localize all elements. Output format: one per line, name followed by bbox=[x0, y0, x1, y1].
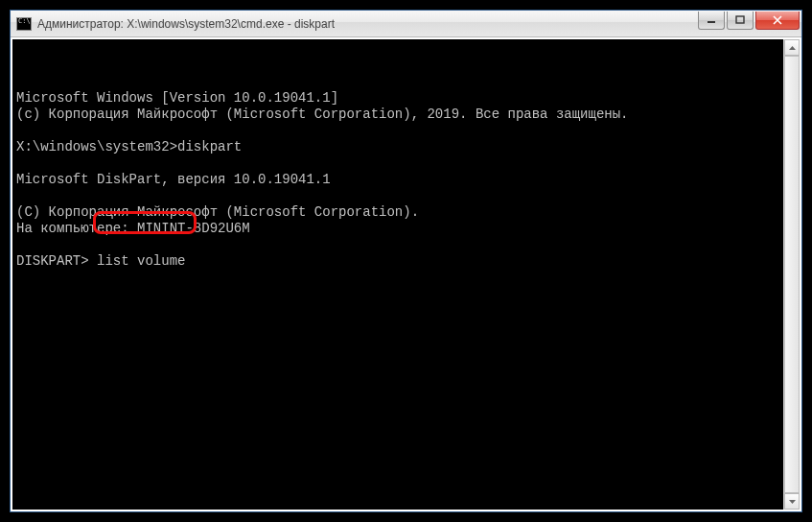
close-button[interactable] bbox=[755, 12, 800, 30]
minimize-icon bbox=[707, 15, 716, 25]
maximize-button[interactable] bbox=[727, 12, 754, 30]
console-line: (c) Корпорация Майкрософт (Microsoft Cor… bbox=[16, 107, 779, 123]
scroll-down-button[interactable] bbox=[784, 493, 800, 510]
svg-rect-0 bbox=[708, 21, 715, 23]
window-controls bbox=[698, 12, 800, 30]
minimize-button[interactable] bbox=[698, 12, 725, 30]
cmd-icon bbox=[16, 17, 32, 31]
client-area: Microsoft Windows [Version 10.0.19041.1]… bbox=[11, 37, 801, 511]
console-line bbox=[16, 123, 779, 139]
vertical-scrollbar[interactable] bbox=[783, 39, 800, 510]
chevron-down-icon bbox=[789, 500, 796, 504]
scroll-thumb[interactable] bbox=[784, 56, 800, 493]
scroll-track[interactable] bbox=[784, 56, 800, 493]
console-line: Microsoft DiskPart, версия 10.0.19041.1 bbox=[16, 172, 779, 188]
console-line bbox=[16, 155, 779, 172]
console-line: X:\windows\system32>diskpart bbox=[16, 139, 779, 155]
titlebar[interactable]: Администратор: X:\windows\system32\cmd.e… bbox=[11, 11, 801, 37]
console-line: (C) Корпорация Майкрософт (Microsoft Cor… bbox=[16, 204, 779, 221]
scroll-up-button[interactable] bbox=[784, 39, 800, 56]
cmd-window: Администратор: X:\windows\system32\cmd.e… bbox=[10, 10, 802, 512]
chevron-up-icon bbox=[789, 46, 796, 50]
svg-rect-1 bbox=[736, 16, 744, 23]
console-line: DISKPART> list volume bbox=[16, 253, 779, 270]
maximize-icon bbox=[735, 15, 745, 25]
close-icon bbox=[772, 15, 783, 25]
console-line: На компьютере: MININT-8D92U6M bbox=[16, 221, 779, 237]
console-line bbox=[16, 188, 779, 204]
console-line bbox=[16, 237, 779, 253]
console-line: Microsoft Windows [Version 10.0.19041.1] bbox=[16, 90, 779, 107]
window-title: Администратор: X:\windows\system32\cmd.e… bbox=[37, 17, 692, 31]
console-output[interactable]: Microsoft Windows [Version 10.0.19041.1]… bbox=[12, 39, 783, 510]
